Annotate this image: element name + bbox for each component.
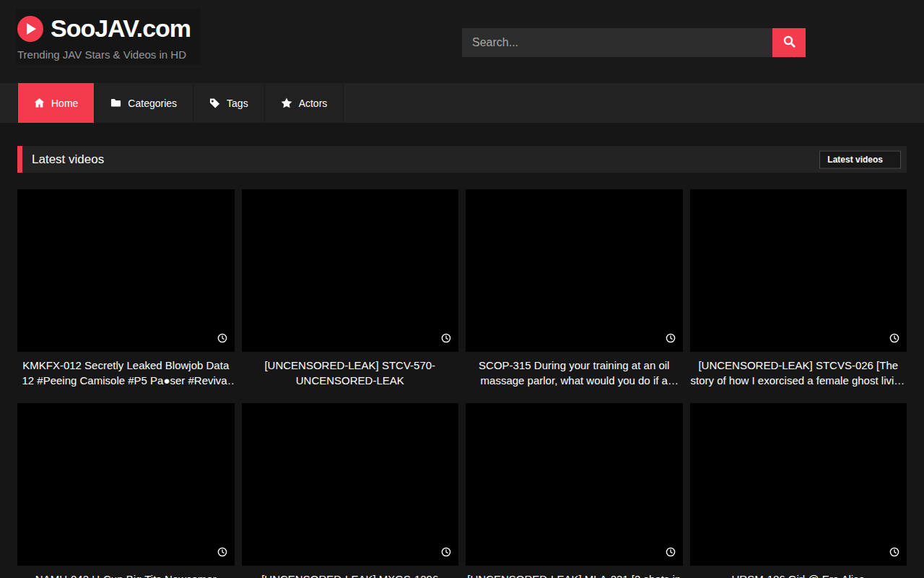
clock-icon xyxy=(217,333,227,346)
video-thumbnail[interactable] xyxy=(690,403,907,566)
nav-item-tags[interactable]: Tags xyxy=(193,83,265,123)
logo[interactable]: SooJAV.com Trending JAV Stars & Videos i… xyxy=(16,9,201,65)
video-card: NAMH-042 H-Cup Big Tits Newcomer (170cm … xyxy=(17,403,235,578)
video-title[interactable]: URSM-186 Girl @ Era Alice xyxy=(690,571,907,578)
nav-item-label: Actors xyxy=(299,98,328,109)
video-thumbnail[interactable] xyxy=(242,189,459,352)
video-card: [UNCENSORED-LEAK] MXGS-1296 Absolutely xyxy=(242,403,459,578)
nav-item-actors[interactable]: Actors xyxy=(265,83,344,123)
sort-dropdown-label: Latest videos xyxy=(827,155,883,165)
video-title[interactable]: NAMH-042 H-Cup Big Tits Newcomer (170cm … xyxy=(17,571,235,578)
clock-icon xyxy=(889,333,899,346)
magnifier-icon xyxy=(783,35,796,50)
nav-item-label: Home xyxy=(51,98,78,109)
clock-icon xyxy=(666,333,676,346)
video-title[interactable]: SCOP-315 During your training at an oil … xyxy=(466,358,683,388)
video-card: KMKFX-012 Secretly Leaked Blowjob Data 1… xyxy=(17,189,235,388)
video-title[interactable]: [UNCENSORED-LEAK] STCVS-026 [The story o… xyxy=(690,358,907,388)
video-thumbnail[interactable] xyxy=(242,403,459,566)
video-thumbnail[interactable] xyxy=(466,403,683,566)
site-tagline: Trending JAV Stars & Videos in HD xyxy=(17,48,191,61)
clock-icon xyxy=(441,333,451,346)
video-card: [UNCENSORED-LEAK] STCVS-026 [The story o… xyxy=(690,189,907,388)
play-icon xyxy=(17,16,43,42)
video-thumbnail[interactable] xyxy=(17,403,235,566)
video-thumbnail[interactable] xyxy=(466,189,683,352)
section-header: Latest videos Latest videos xyxy=(17,146,907,173)
video-thumbnail[interactable] xyxy=(17,189,235,352)
accent-bar xyxy=(17,146,22,173)
home-icon xyxy=(34,98,45,108)
sort-dropdown-button[interactable]: Latest videos xyxy=(819,150,901,168)
video-thumbnail[interactable] xyxy=(690,189,907,352)
video-title[interactable]: KMKFX-012 Secretly Leaked Blowjob Data 1… xyxy=(17,358,235,388)
site-header: SooJAV.com Trending JAV Stars & Videos i… xyxy=(0,0,924,83)
search-input[interactable] xyxy=(462,28,772,57)
nav-item-label: Categories xyxy=(128,98,177,109)
section-title: Latest videos xyxy=(32,152,104,167)
clock-icon xyxy=(889,547,899,560)
nav-item-categories[interactable]: Categories xyxy=(95,83,193,123)
video-title[interactable]: [UNCENSORED-LEAK] MXGS-1296 Absolutely xyxy=(242,571,459,578)
site-title: SooJAV.com xyxy=(51,14,191,43)
video-card: URSM-186 Girl @ Era Alice xyxy=(690,403,907,578)
folder-icon xyxy=(110,98,121,108)
tag-icon xyxy=(209,98,220,108)
star-icon xyxy=(281,98,292,108)
video-title[interactable]: [UNCENSORED-LEAK] STCV-570-UNCENSORED-LE… xyxy=(242,358,459,388)
nav-item-home[interactable]: Home xyxy=(18,83,95,123)
video-card: [UNCENSORED-LEAK] STCV-570-UNCENSORED-LE… xyxy=(242,189,459,388)
nav-item-label: Tags xyxy=(227,98,248,109)
nav-spacer xyxy=(0,83,18,123)
search-form xyxy=(462,28,806,57)
video-card: [UNCENSORED-LEAK] MLA-231 [3 shots in xyxy=(466,403,683,578)
search-button[interactable] xyxy=(772,28,806,57)
clock-icon xyxy=(441,547,451,560)
video-grid: KMKFX-012 Secretly Leaked Blowjob Data 1… xyxy=(17,189,907,578)
clock-icon xyxy=(217,547,227,560)
main-nav: Home Categories Tags Actors xyxy=(0,83,924,123)
video-card: SCOP-315 During your training at an oil … xyxy=(466,189,683,388)
video-title[interactable]: [UNCENSORED-LEAK] MLA-231 [3 shots in xyxy=(466,571,683,578)
clock-icon xyxy=(666,547,676,560)
